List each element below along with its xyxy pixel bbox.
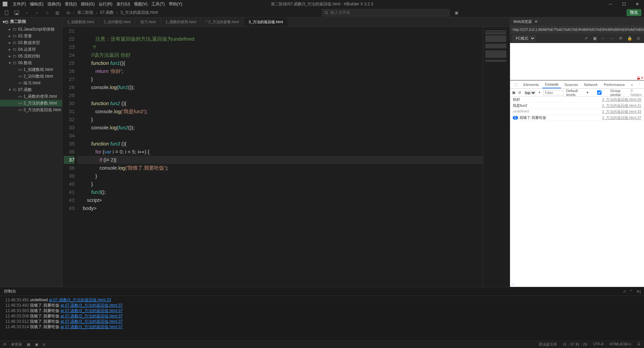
editor-tab[interactable]: 1_创建数组.html (62, 17, 99, 27)
forward-icon[interactable]: → (609, 36, 615, 41)
editor-tab[interactable]: 练习.html (136, 17, 161, 27)
devtools-close-icon[interactable]: ✕ (641, 76, 643, 80)
tree-file[interactable]: <>3_方法的返回值.html (0, 106, 62, 113)
clear-console-icon[interactable]: ⊘ (518, 90, 521, 95)
open-external-icon[interactable]: ↗ (583, 36, 589, 41)
new-file-icon[interactable] (3, 9, 11, 17)
devtools-tab-network[interactable]: Network (582, 81, 600, 88)
editor-tab[interactable]: 2_访问数组.html (99, 17, 136, 27)
close-icon[interactable]: ✕ (535, 19, 538, 24)
filter-input[interactable] (543, 90, 563, 95)
project-root[interactable]: ▾ 🗀 第二阶段 (0, 17, 62, 26)
console-prompt[interactable]: › (510, 281, 644, 287)
nav-forward-icon[interactable]: › (33, 9, 41, 17)
menu-edit[interactable]: 编辑(E) (28, 1, 45, 7)
lock-icon[interactable]: 🔒 (627, 36, 633, 41)
menu-select[interactable]: 选择(S) (45, 1, 63, 7)
devtools-tab-sources[interactable]: Sources (562, 81, 581, 88)
inspect-icon[interactable]: ⬚ (511, 81, 520, 88)
tree-folder[interactable]: ▸🗀01.JavaScript初体验 (0, 26, 62, 33)
breadcrumb-item[interactable]: 第二阶段 (77, 10, 93, 15)
console-message[interactable]: 你好3_方法的返回值.html:28 (510, 97, 644, 103)
devtools-menu-icon[interactable]: ⋮ (636, 82, 643, 87)
devtools-tab-console[interactable]: Console (542, 81, 561, 88)
console-close-icon[interactable]: ✕| (636, 289, 641, 294)
terminal-icon[interactable]: ▣ (452, 9, 460, 17)
language-mode[interactable]: HTML(ES6+) (610, 342, 632, 347)
maximize-icon[interactable]: ☐ (617, 0, 631, 8)
menu-publish[interactable]: 发行(U) (114, 1, 132, 7)
context-select[interactable]: top (524, 90, 536, 95)
search-icon (324, 11, 328, 15)
levels-select[interactable]: Default levels (566, 89, 584, 97)
grid-icon[interactable]: ▦ (27, 342, 30, 347)
editor-tab[interactable]: 1_函数的使用.html (161, 17, 201, 27)
menu-help[interactable]: 帮助(Y) (167, 1, 184, 7)
menu-tool[interactable]: 工具(T) (149, 1, 167, 7)
tree-folder[interactable]: ▸🗀03.数据类型 (0, 39, 62, 46)
nav-back-icon[interactable]: ‹ (23, 9, 31, 17)
bookmark-icon[interactable]: ☆ (43, 9, 51, 17)
save-icon[interactable] (13, 9, 21, 17)
menu-run[interactable]: 运行(R) (97, 1, 114, 7)
toolbar: ‹ › ☆ ▤ 🗀 › 第二阶段 › 07.函数 › 3_方法的返回值.html… (0, 8, 644, 17)
encoding[interactable]: UTF-8 (593, 342, 603, 347)
console-expand-icon[interactable]: ⤢ (623, 289, 626, 294)
minimap[interactable] (483, 27, 510, 287)
qrcode-icon[interactable]: ▣ (592, 36, 598, 41)
login-status[interactable]: 未登录 (11, 342, 22, 347)
cursor-position: 行：37 列：29 (563, 342, 587, 347)
terminal-status-icon[interactable]: ▣ (35, 342, 38, 347)
menu-find[interactable]: 查找(I) (63, 1, 79, 7)
tree-file[interactable]: <>1_函数的使用.html (0, 93, 62, 100)
menu-view[interactable]: 视图(V) (132, 1, 149, 7)
more-tabs-icon[interactable]: » (628, 81, 636, 88)
tree-folder[interactable]: ▸🗀05.流程控制 (0, 53, 62, 59)
editor-area: 1_创建数组.html2_访问数组.html练习.html1_函数的使用.htm… (62, 17, 510, 287)
devtools-icon[interactable]: ⎚ (635, 36, 641, 41)
tree-file[interactable]: <>1_创建数组.html (0, 66, 62, 73)
close-icon[interactable]: ✕ (631, 0, 644, 8)
tree-file[interactable]: <>练习.html (0, 80, 62, 86)
group-similar-checkbox[interactable] (591, 90, 607, 95)
tree-file[interactable]: <>2_访问数组.html (0, 73, 62, 80)
url-bar[interactable]: http://127.0.0.1:8848/%E7%AC%AC%E4%BA%8C… (510, 26, 644, 34)
hidden-count[interactable]: 3 hidden (631, 89, 642, 97)
dock-side-icon[interactable]: ⬓ (637, 76, 640, 80)
editor-tab[interactable]: 3_方法的返回值.html (244, 17, 288, 27)
breadcrumb-item[interactable]: 3_方法的返回值.html (121, 10, 158, 15)
console-message[interactable]: 我是fun23_方法的返回值.html:31 (510, 103, 644, 109)
tree-folder[interactable]: ▾🗀06.数组 (0, 59, 62, 66)
breadcrumb-item[interactable]: 07.函数 (100, 10, 114, 15)
device-mode-select[interactable]: PC模式 (513, 35, 536, 41)
devtools-tab-elements[interactable]: Elements (521, 81, 542, 88)
tree-file[interactable]: <>2_方法的参数.html (0, 100, 62, 106)
minimize-icon[interactable]: ─ (604, 0, 617, 8)
preview-button[interactable]: 预览 (627, 9, 641, 16)
browser-panel: Web浏览器 ✕ http://127.0.0.1:8848/%E7%AC%AC… (510, 17, 644, 287)
devtools-tab-performance[interactable]: Performance (601, 81, 628, 88)
notifications-icon[interactable]: ☰ (637, 342, 641, 347)
code-editor[interactable]: 注意：没有返回值的方法,返回值为undefined */ //该方法返回 你好 … (77, 27, 483, 287)
copy-icon[interactable]: ⎘ (43, 343, 45, 347)
sync-icon[interactable]: ⟳ (3, 342, 6, 347)
tree-folder[interactable]: ▸🗀02.变量 (0, 33, 62, 39)
menu-goto[interactable]: 跳转(G) (79, 1, 97, 7)
tree-folder[interactable]: ▾🗀07.函数 (0, 86, 62, 93)
refresh-icon[interactable]: ⟳ (618, 36, 624, 41)
explorer-icon[interactable]: ▤ (53, 9, 61, 17)
console-collapse-icon[interactable]: ⌃ (630, 289, 633, 294)
console-tab[interactable]: 控制台 (0, 289, 20, 294)
file-search-input[interactable]: 输入文件名 (322, 9, 450, 16)
tree-folder[interactable]: ▸🗀04.运算符 (0, 46, 62, 53)
back-icon[interactable]: ← (600, 36, 606, 41)
sidebar-toggle-icon[interactable]: ▣ (512, 90, 515, 95)
syntax-hint[interactable]: 语法提示库 (539, 342, 557, 347)
menu-file[interactable]: 文件(F) (11, 1, 28, 7)
browser-viewport[interactable] (510, 43, 644, 80)
editor-tab[interactable]: * 2_方法的参数.html (201, 17, 244, 27)
console-message[interactable]: 5我饿了.我要吃饭3_方法的返回值.html:37 (510, 115, 644, 121)
svg-rect-0 (5, 11, 8, 15)
console-message[interactable]: undefined3_方法的返回值.html:33 (510, 109, 644, 115)
menubar: 文件(F) 编辑(E) 选择(S) 查找(I) 跳转(G) 运行(R) 发行(U… (0, 0, 644, 8)
